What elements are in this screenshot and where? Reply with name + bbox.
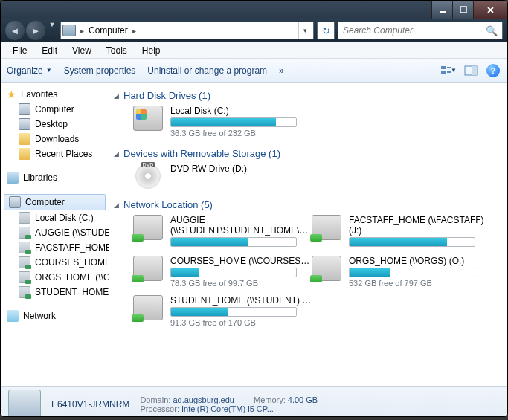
sidebar-libraries-header[interactable]: Libraries: [1, 170, 109, 185]
domain-label: Domain:: [140, 395, 170, 404]
network-drive-icon: [19, 271, 30, 283]
folder-icon: [19, 148, 30, 160]
drive-free-text: 36.3 GB free of 232 GB: [170, 129, 312, 138]
memory-label: Memory:: [254, 395, 286, 404]
hard-disk-icon: [133, 106, 163, 131]
drive-label: Local Disk (C:): [170, 106, 312, 116]
sidebar-libraries-label: Libraries: [23, 172, 57, 183]
view-options-button[interactable]: ▼: [440, 62, 457, 79]
desktop-icon: [19, 118, 30, 130]
sidebar-item-desktop[interactable]: Desktop: [1, 117, 109, 132]
forward-button[interactable]: ►: [26, 21, 45, 40]
network-drive-icon: [19, 242, 30, 253]
drive-sublabel: (J:): [349, 225, 490, 236]
menu-tools[interactable]: Tools: [99, 44, 135, 57]
more-commands-button[interactable]: »: [279, 65, 284, 76]
capacity-bar: [170, 117, 297, 127]
libraries-icon: [7, 172, 19, 184]
dvd-icon: [135, 164, 161, 189]
drive-courses[interactable]: COURSES_HOME (\\COURSES) (K:) 78.3 GB fr…: [133, 256, 312, 288]
sidebar-item-courses[interactable]: COURSES_HOME (\\COUR…: [1, 255, 109, 270]
navigation-pane: ★ Favorites Computer Desktop Downloads R…: [1, 83, 109, 386]
menu-edit[interactable]: Edit: [34, 44, 65, 57]
computer-icon: [62, 25, 76, 36]
drive-free-text: 532 GB free of 797 GB: [349, 279, 490, 288]
drive-local-disk[interactable]: Local Disk (C:) 36.3 GB free of 232 GB: [133, 106, 312, 138]
history-dropdown[interactable]: ▼: [47, 21, 57, 40]
svg-rect-2: [441, 66, 446, 69]
preview-pane-button[interactable]: [463, 62, 479, 79]
domain-value: ad.augsburg.edu: [173, 395, 234, 404]
svg-rect-1: [460, 7, 466, 13]
drive-free-text: 91.3 GB free of 170 GB: [170, 318, 312, 327]
search-icon: 🔍: [486, 25, 498, 36]
search-input[interactable]: [343, 25, 486, 36]
section-removable[interactable]: ◢ Devices with Removable Storage (1): [114, 148, 504, 159]
svg-rect-0: [440, 11, 446, 13]
menu-file[interactable]: File: [5, 44, 34, 57]
address-dropdown[interactable]: ▾: [298, 22, 312, 39]
drive-label: COURSES_HOME (\\COURSES) (K:): [170, 256, 312, 266]
refresh-button[interactable]: ↻: [317, 22, 335, 39]
sidebar-item-downloads[interactable]: Downloads: [1, 132, 109, 146]
breadcrumb-arrow[interactable]: ▸: [131, 27, 138, 35]
minimize-button[interactable]: [431, 1, 452, 19]
drive-label: FACSTAFF_HOME (\\FACSTAFF): [349, 215, 490, 225]
sidebar-network-label: Network: [23, 311, 56, 321]
drive-facstaff[interactable]: FACSTAFF_HOME (\\FACSTAFF) (J:): [312, 215, 490, 248]
uninstall-button[interactable]: Uninstall or change a program: [147, 65, 267, 76]
maximize-button[interactable]: [452, 1, 473, 19]
sidebar-item-computer[interactable]: Computer: [1, 102, 109, 117]
drive-sublabel: (\\STUDENT\STUDENT_HOME\A...: [170, 225, 312, 236]
menu-view[interactable]: View: [65, 44, 99, 57]
computer-icon: [19, 103, 30, 115]
section-network[interactable]: ◢ Network Location (5): [114, 199, 504, 210]
sidebar-network-header[interactable]: Network: [1, 308, 109, 323]
sidebar-computer-header[interactable]: Computer: [4, 194, 106, 210]
drive-label: STUDENT_HOME (\\STUDENT) (S:): [170, 295, 312, 306]
search-box[interactable]: 🔍: [338, 22, 503, 39]
sidebar-item-facstaff[interactable]: FACSTAFF_HOME (\\FACST…: [1, 240, 109, 255]
capacity-bar: [170, 307, 297, 317]
processor-label: Processor:: [140, 404, 179, 413]
section-hdd[interactable]: ◢ Hard Disk Drives (1): [114, 90, 504, 101]
sidebar-item-local-disk[interactable]: Local Disk (C:): [1, 210, 109, 225]
drive-auggie[interactable]: AUGGIE (\\STUDENT\STUDENT_HOME\A...: [133, 215, 312, 248]
sidebar-favorites-header[interactable]: ★ Favorites: [1, 87, 109, 102]
section-removable-label: Devices with Removable Storage (1): [123, 148, 280, 159]
capacity-bar: [349, 268, 475, 277]
titlebar[interactable]: [1, 1, 507, 19]
breadcrumb-root-arrow[interactable]: ▸: [79, 27, 86, 35]
help-button[interactable]: ?: [485, 62, 501, 79]
capacity-bar: [349, 237, 475, 247]
drive-orgs[interactable]: ORGS_HOME (\\ORGS) (O:) 532 GB free of 7…: [312, 256, 490, 288]
star-icon: ★: [7, 88, 16, 100]
menu-help[interactable]: Help: [135, 44, 168, 57]
organize-button[interactable]: Organize▼: [7, 65, 52, 76]
close-button[interactable]: [473, 1, 507, 19]
address-bar[interactable]: ▸ Computer ▸ ▾: [60, 22, 314, 39]
menu-bar: File Edit View Tools Help: [1, 42, 507, 59]
section-network-label: Network Location (5): [123, 199, 213, 210]
drive-student[interactable]: STUDENT_HOME (\\STUDENT) (S:) 91.3 GB fr…: [133, 295, 312, 327]
computer-icon: [9, 196, 21, 208]
details-pane: E6410V1-JRMNRM Domain: ad.augsburg.edu M…: [1, 386, 507, 417]
sidebar-item-orgs[interactable]: ORGS_HOME (\\ORGS) (…: [1, 270, 109, 285]
network-icon: [7, 310, 19, 322]
sidebar-item-recent[interactable]: Recent Places: [1, 146, 109, 161]
back-button[interactable]: ◄: [5, 21, 25, 40]
sidebar-item-student[interactable]: STUDENT_HOME (\\STU…: [1, 285, 109, 300]
sidebar-favorites-label: Favorites: [21, 89, 57, 100]
network-drive-icon: [19, 256, 30, 268]
network-drive-icon: [312, 215, 341, 240]
system-properties-button[interactable]: System properties: [64, 65, 136, 76]
content-pane: ◢ Hard Disk Drives (1) Local Disk (C:) 3…: [109, 83, 507, 386]
computer-large-icon: [8, 390, 41, 418]
capacity-bar: [170, 268, 297, 277]
command-bar: Organize▼ System properties Uninstall or…: [1, 59, 507, 83]
sidebar-item-auggie[interactable]: AUGGIE (\\STUDENT\STUDENT_…: [1, 225, 109, 240]
breadcrumb-computer[interactable]: Computer: [86, 25, 131, 36]
chevron-down-icon: ▼: [46, 67, 52, 74]
help-icon: ?: [486, 64, 500, 77]
drive-dvd[interactable]: DVD RW Drive (D:): [133, 164, 312, 189]
